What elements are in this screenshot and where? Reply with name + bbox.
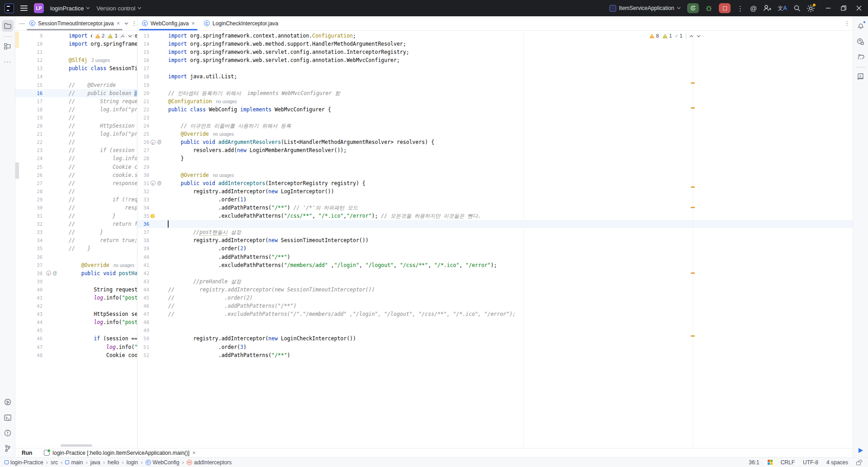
- usages-inlay-hint[interactable]: no usages: [209, 173, 234, 178]
- line-number[interactable]: 19: [137, 81, 149, 89]
- line-number[interactable]: 28: [137, 154, 149, 162]
- override-gutter-icon[interactable]: @: [151, 180, 161, 187]
- code-line[interactable]: 35 .excludePathPatterns("/css/**", "/*.i…: [137, 212, 853, 220]
- code-line[interactable]: 38@ public void postHandle(HttpServl: [15, 269, 137, 277]
- code-line[interactable]: 40 .addPathPatterns("/**"): [137, 253, 853, 261]
- line-number[interactable]: 15: [15, 81, 42, 89]
- more-toolwindows-button[interactable]: ···: [2, 56, 14, 67]
- line-number[interactable]: 27: [15, 179, 42, 187]
- line-number[interactable]: 20: [137, 89, 149, 97]
- breadcrumb-item[interactable]: login-Practice: [5, 459, 43, 466]
- line-number[interactable]: 32: [15, 220, 42, 228]
- run-configuration-selector[interactable]: ItemServiceApplication: [609, 5, 681, 12]
- code-line[interactable]: 47// .excludePathPatterns("/"."/members/…: [137, 310, 853, 318]
- line-number[interactable]: 36: [137, 220, 149, 228]
- code-line[interactable]: 25// Cookie cookie = n: [15, 163, 137, 171]
- project-selector[interactable]: loginPractice: [50, 5, 90, 12]
- line-number[interactable]: 40: [15, 286, 42, 294]
- version-control-menu[interactable]: Version control: [96, 5, 142, 12]
- usages-inlay-hint[interactable]: no usages: [212, 99, 237, 104]
- line-ending-indicator[interactable]: CRLF: [781, 459, 795, 466]
- line-number[interactable]: 36: [15, 253, 42, 261]
- breadcrumb-item[interactable]: src: [51, 459, 58, 466]
- code-line[interactable]: 15import org.springframework.web.servlet…: [137, 48, 853, 56]
- code-line[interactable]: 33// }: [15, 228, 137, 236]
- line-number[interactable]: 23: [15, 146, 42, 154]
- code-line[interactable]: 29// if (!requestURI.s: [15, 195, 137, 204]
- line-number[interactable]: 42: [15, 302, 42, 310]
- debug-button[interactable]: [705, 5, 712, 12]
- line-number[interactable]: 15: [137, 48, 149, 56]
- code-line[interactable]: 13public class SessionTimeoutInterceptor: [15, 64, 137, 72]
- line-number[interactable]: 25: [15, 163, 42, 171]
- code-line[interactable]: 49: [137, 326, 853, 334]
- problems-toolwindow-button[interactable]: [2, 427, 14, 439]
- code-line[interactable]: 45: [15, 326, 137, 334]
- line-number[interactable]: 50: [137, 334, 149, 343]
- line-number[interactable]: 33: [15, 228, 42, 236]
- code-line[interactable]: 39 .order(2): [137, 244, 853, 253]
- code-line[interactable]: 32 registry.addInterceptor(new LogInterc…: [137, 187, 853, 195]
- code-line[interactable]: 39: [15, 277, 137, 286]
- line-number[interactable]: 21: [137, 97, 149, 105]
- line-number[interactable]: 39: [15, 277, 42, 286]
- terminal-toolwindow-button[interactable]: [2, 412, 14, 424]
- code-line[interactable]: 44 log.info("post Handle: [15, 318, 137, 326]
- code-line[interactable]: 18// log.info("pre Handler: [15, 105, 137, 114]
- override-gutter-icon[interactable]: @: [151, 138, 161, 146]
- unlock-icon[interactable]: [856, 462, 861, 465]
- code-line[interactable]: 27// response.addCooki: [15, 179, 137, 187]
- code-line[interactable]: 19: [137, 81, 853, 89]
- line-number[interactable]: 45: [15, 326, 42, 334]
- warning-stripe-mark[interactable]: [691, 186, 695, 188]
- line-number[interactable]: 22: [15, 138, 42, 146]
- line-number[interactable]: 28: [15, 187, 42, 195]
- code-line[interactable]: 29: [137, 163, 853, 171]
- line-number[interactable]: 33: [137, 195, 149, 204]
- inspections-widget[interactable]: 8 1 ✓1: [646, 32, 704, 40]
- line-number[interactable]: 47: [15, 343, 42, 351]
- line-number[interactable]: 18: [15, 105, 42, 114]
- code-line[interactable]: 27 resolvers.add(new LoginMemberArgument…: [137, 146, 853, 154]
- code-line[interactable]: 45// .order(2): [137, 294, 853, 302]
- code-line[interactable]: 47 log.info("post H: [15, 343, 137, 351]
- code-line[interactable]: 43 HttpSession session = r: [15, 310, 137, 318]
- code-line[interactable]: 48 Cookie cookie = ne: [15, 351, 137, 359]
- line-number[interactable]: 47: [137, 310, 149, 318]
- cursor-position[interactable]: 36:1: [749, 459, 759, 466]
- code-line[interactable]: 22public class WebConfig implements WebM…: [137, 105, 853, 114]
- line-number[interactable]: 52: [137, 351, 149, 359]
- usages-inlay-hint[interactable]: 2 usages: [88, 58, 110, 63]
- code-line[interactable]: 36: [15, 253, 137, 261]
- code-line[interactable]: 33 .order(1): [137, 195, 853, 204]
- line-number[interactable]: 46: [15, 334, 42, 343]
- line-number[interactable]: 13: [15, 64, 42, 72]
- code-line[interactable]: 23// if (session == null |: [15, 146, 137, 154]
- line-number[interactable]: 43: [15, 310, 42, 318]
- code-line[interactable]: 28//: [15, 187, 137, 195]
- rerun-button[interactable]: [687, 3, 699, 13]
- line-number[interactable]: 51: [137, 343, 149, 351]
- close-button[interactable]: [856, 5, 862, 11]
- structure-toolwindow-button[interactable]: [2, 40, 14, 52]
- tab-session-timeout-interceptor[interactable]: C SessionTimeoutInterceptor.java ×: [25, 16, 124, 30]
- close-tab-icon[interactable]: ×: [192, 20, 195, 26]
- windows-colors-icon[interactable]: [768, 460, 773, 465]
- usages-inlay-hint[interactable]: no usages: [109, 263, 134, 268]
- next-problem-icon[interactable]: [128, 35, 132, 38]
- code-line[interactable]: 42: [15, 302, 137, 310]
- line-number[interactable]: 16: [15, 89, 42, 97]
- stop-button[interactable]: [719, 3, 731, 13]
- code-line[interactable]: 26// cookie.setMaxAge(: [15, 171, 137, 179]
- code-line[interactable]: 18import java.util.List;: [137, 72, 853, 81]
- editor-session-timeout-interceptor[interactable]: 9import org.springframework.web.10import…: [15, 31, 137, 448]
- line-number[interactable]: 32: [137, 187, 149, 195]
- tab-login-check-interceptor[interactable]: C LoginCheckInterceptor.java: [199, 16, 283, 30]
- translate-icon[interactable]: 文A: [778, 5, 787, 11]
- breadcrumb-item[interactable]: maddInterceptors: [187, 459, 231, 466]
- code-line[interactable]: 20// 인터셉터 등록하기 위해서 implements WebMvcConf…: [137, 89, 853, 97]
- git-toolwindow-button[interactable]: [2, 443, 14, 454]
- line-number[interactable]: 10: [15, 40, 42, 48]
- intention-bulb-icon[interactable]: [151, 212, 155, 219]
- code-line[interactable]: 52 .addPathPatterns("/**"): [137, 351, 853, 359]
